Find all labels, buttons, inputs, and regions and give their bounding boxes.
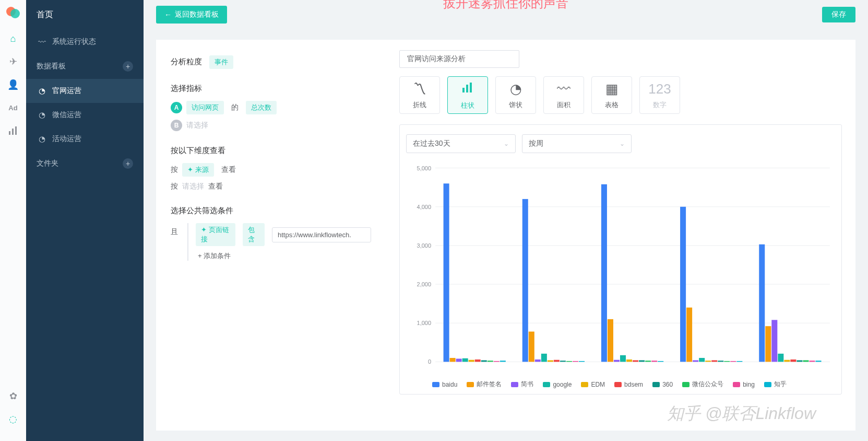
sidebar-item-website[interactable]: ◔ 官网运营 [26,79,144,103]
rail-home-icon[interactable]: ⌂ [0,27,26,50]
svg-text:0: 0 [428,358,431,365]
svg-rect-37 [566,361,572,362]
chart-type-area[interactable]: 〰 面积 [543,76,584,114]
add-condition-button[interactable]: + 添加条件 [196,251,371,261]
chart-type-pie[interactable]: ◔ 饼状 [495,76,536,114]
svg-rect-33 [541,354,547,362]
metric-a-measure-tag[interactable]: 总次数 [246,101,277,114]
legend-item[interactable]: 知乎 [764,380,787,389]
svg-rect-5 [462,88,465,92]
time-range-select[interactable]: 在过去30天 ⌄ [406,134,516,153]
filter-row-1: ✦ 页面链接 包含 [196,223,371,246]
filter-field-tag[interactable]: ✦ 页面链接 [196,223,235,246]
chart-type-number[interactable]: 123 数字 [639,76,680,114]
chart-area: 在过去30天 ⌄ 按周 ⌄ 01,0002,0003,0004,0005,000… [399,124,842,394]
save-button[interactable]: 保存 [822,7,855,22]
rail-ad-icon[interactable]: Ad [0,96,26,119]
chart-type-table[interactable]: ▦ 表格 [591,76,632,114]
svg-rect-3 [12,129,14,135]
rail-chat-icon[interactable]: ◌ [0,408,26,431]
svg-rect-7 [470,83,472,92]
granularity-section: 分析粒度 事件 [171,55,371,69]
metric-a-event-tag[interactable]: 访问网页 [186,101,224,114]
rail-user-icon[interactable]: 👤 [0,73,26,96]
filter-value-input[interactable] [272,227,371,242]
legend-item[interactable]: 微信公众号 [682,380,723,389]
legend-item[interactable]: 邮件签名 [467,380,502,389]
dimension-row-2: 按 请选择 查看 [171,182,371,191]
legend-item[interactable]: bing [733,380,755,389]
svg-rect-63 [778,354,783,362]
metric-label: 选择指标 [171,84,371,94]
metric-row-b: B 请选择 [171,120,371,131]
svg-rect-52 [693,360,698,362]
chart-type-bar[interactable]: 柱状 [447,76,488,114]
gauge-icon: ◔ [37,86,47,96]
bar-chart: 01,0002,0003,0004,0005,000 [406,160,835,375]
svg-text:4,000: 4,000 [417,204,432,210]
legend-item[interactable]: 简书 [511,380,533,389]
dimension-2-placeholder[interactable]: 请选择 [182,182,204,191]
filter-section: 选择公共筛选条件 且 ✦ 页面链接 包含 + 添加条件 [171,206,371,261]
bar-chart-icon [461,80,474,98]
gauge-icon: ◔ [37,134,47,144]
granularity-tag[interactable]: 事件 [209,55,233,69]
svg-rect-24 [469,360,474,362]
main-content: 分析粒度 事件 选择指标 A 访问网页 的 总次数 B 请选择 按以下维度查看 … [144,29,868,441]
dimension-row-1: 按 ✦ 来源 查看 [171,163,371,177]
filter-and-label: 且 [171,227,178,237]
chart-legend: baidu邮件签名简书googleEDMbdsem360微信公众号bing知乎 [406,377,835,390]
chevron-down-icon: ⌄ [504,140,509,147]
svg-rect-2 [9,131,10,135]
svg-rect-25 [475,359,481,362]
svg-text:1,000: 1,000 [417,320,432,326]
legend-item[interactable]: EDM [581,380,605,389]
svg-rect-27 [487,361,493,362]
svg-rect-51 [686,308,692,362]
legend-item[interactable]: bdsem [614,380,643,389]
legend-item[interactable]: google [543,380,572,389]
topbar: 拔开迷雾抓住你的声音 ← 返回数据看板 保存 [144,0,868,29]
svg-rect-39 [579,361,585,362]
sidebar-item-wechat[interactable]: ◔ 微信运营 [26,103,144,127]
back-button[interactable]: ← 返回数据看板 [156,6,227,24]
sidebar-group-dashboard[interactable]: 数据看板 + [26,54,144,79]
chart-title-input[interactable] [399,50,519,68]
rail-settings-icon[interactable]: ✿ [0,385,26,408]
sidebar-item-activity[interactable]: ◔ 活动运营 [26,127,144,151]
rail-analytics-icon[interactable] [0,119,26,142]
svg-rect-60 [759,245,765,362]
add-dashboard-icon[interactable]: + [123,61,133,72]
dimension-source-tag[interactable]: ✦ 来源 [182,163,214,177]
metric-b-placeholder[interactable]: 请选择 [186,121,208,130]
app-logo [5,4,21,21]
svg-rect-22 [456,359,462,362]
svg-rect-28 [494,361,500,362]
svg-rect-57 [724,361,730,362]
header-slogan: 拔开迷雾抓住你的声音 [443,0,568,11]
rail-send-icon[interactable]: ✈ [0,50,26,73]
svg-rect-34 [548,360,553,362]
filter-op-tag[interactable]: 包含 [243,223,265,246]
svg-rect-68 [809,361,815,362]
legend-item[interactable]: baidu [432,380,457,389]
svg-rect-56 [718,361,723,362]
sidebar: 首页 〰 系统运行状态 数据看板 + ◔ 官网运营 ◔ 微信运营 ◔ 活动运营 … [26,0,144,441]
interval-select[interactable]: 按周 ⌄ [522,134,632,153]
sidebar-group-folder[interactable]: 文件夹 + [26,151,144,176]
sidebar-title: 首页 [26,0,144,30]
chart-type-line[interactable]: 〽 折线 [399,76,440,114]
sidebar-item-status[interactable]: 〰 系统运行状态 [26,30,144,54]
svg-rect-47 [645,361,651,362]
number-icon: 123 [648,81,671,97]
svg-rect-35 [554,360,560,362]
legend-item[interactable]: 360 [652,380,673,389]
svg-rect-46 [639,360,645,362]
svg-rect-6 [466,85,468,92]
svg-text:5,000: 5,000 [417,165,432,171]
svg-rect-38 [573,361,578,362]
area-chart-icon: 〰 [557,81,570,97]
svg-point-1 [10,9,20,18]
table-icon: ▦ [605,81,619,97]
add-folder-icon[interactable]: + [123,158,133,169]
